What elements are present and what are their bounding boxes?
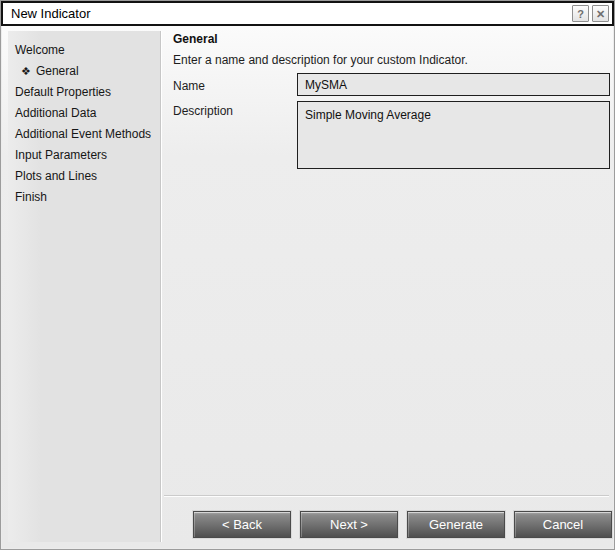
generate-button[interactable]: Generate: [407, 511, 505, 538]
new-indicator-dialog: New Indicator ? ✕ Welcome ❖General Defau…: [0, 0, 615, 550]
sidebar-item-input-parameters[interactable]: Input Parameters: [8, 145, 160, 166]
sidebar-item-general[interactable]: ❖General: [8, 61, 160, 82]
page-title: General: [173, 32, 218, 46]
sidebar-item-additional-data[interactable]: Additional Data: [8, 103, 160, 124]
sidebar-item-finish[interactable]: Finish: [8, 187, 160, 208]
next-button[interactable]: Next >: [300, 511, 398, 538]
window-title: New Indicator: [11, 6, 569, 21]
sidebar-item-plots-and-lines[interactable]: Plots and Lines: [8, 166, 160, 187]
description-input[interactable]: Simple Moving Average: [297, 101, 610, 169]
sidebar-item-default-properties[interactable]: Default Properties: [8, 82, 160, 103]
footer-separator: [164, 495, 609, 497]
back-button[interactable]: < Back: [193, 511, 291, 538]
page-description: Enter a name and description for your cu…: [173, 53, 468, 67]
footer-button-row: < Back Next > Generate Cancel: [193, 511, 612, 538]
sidebar-item-label: General: [36, 64, 79, 78]
wizard-steps-sidebar: Welcome ❖General Default Properties Addi…: [8, 31, 161, 542]
description-label: Description: [173, 104, 233, 118]
current-step-icon: ❖: [21, 65, 31, 77]
sidebar-item-welcome[interactable]: Welcome: [8, 40, 160, 61]
close-button[interactable]: ✕: [592, 5, 609, 22]
help-button[interactable]: ?: [572, 5, 589, 22]
titlebar[interactable]: New Indicator ? ✕: [1, 1, 614, 26]
name-label: Name: [173, 79, 205, 93]
cancel-button[interactable]: Cancel: [514, 511, 612, 538]
name-input[interactable]: [297, 73, 610, 96]
sidebar-item-additional-event-methods[interactable]: Additional Event Methods: [8, 124, 160, 145]
